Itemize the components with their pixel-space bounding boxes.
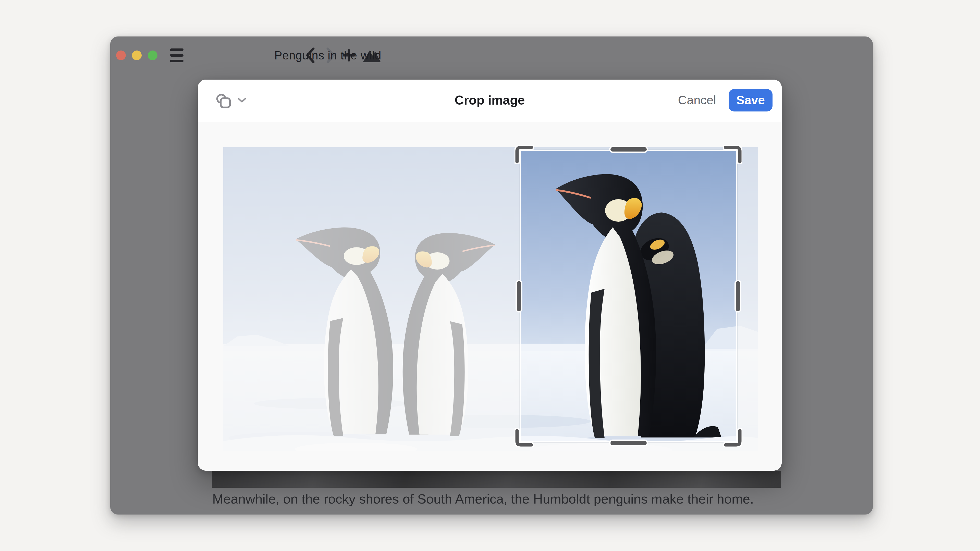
minimize-window-button[interactable] bbox=[132, 51, 142, 60]
page-title: Penguins in the wild bbox=[274, 48, 381, 62]
crop-workspace bbox=[198, 122, 782, 471]
screen: Penguins in the wild Meanwhile, on the r… bbox=[0, 0, 980, 551]
menu-icon[interactable] bbox=[170, 48, 183, 62]
crop-handle-left[interactable] bbox=[517, 281, 521, 311]
save-button[interactable]: Save bbox=[729, 89, 773, 111]
toolbar: Penguins in the wild bbox=[110, 37, 873, 75]
crop-dialog: Crop image Cancel Save bbox=[198, 79, 782, 471]
zoom-window-button[interactable] bbox=[148, 51, 158, 60]
window-controls bbox=[116, 51, 158, 60]
crop-handle-top-left[interactable] bbox=[514, 145, 534, 164]
dialog-actions: Cancel Save bbox=[678, 89, 773, 111]
crop-handle-top[interactable] bbox=[611, 147, 647, 151]
crop-canvas[interactable] bbox=[223, 147, 758, 451]
crop-handle-bottom[interactable] bbox=[611, 441, 647, 445]
crop-selection-view bbox=[520, 151, 736, 441]
crop-handle-top-right[interactable] bbox=[723, 145, 742, 164]
cancel-button[interactable]: Cancel bbox=[678, 93, 716, 107]
crop-selection[interactable] bbox=[520, 151, 736, 441]
crop-handle-bottom-left[interactable] bbox=[514, 428, 534, 448]
crop-handle-right[interactable] bbox=[736, 281, 740, 311]
document-photo-edge bbox=[212, 471, 781, 488]
crop-dialog-header: Crop image Cancel Save bbox=[198, 79, 782, 121]
close-window-button[interactable] bbox=[116, 51, 126, 60]
document-caption: Meanwhile, on the rocky shores of South … bbox=[212, 491, 784, 507]
photo-selected-region bbox=[520, 151, 736, 441]
crop-handle-bottom-right[interactable] bbox=[723, 428, 742, 448]
